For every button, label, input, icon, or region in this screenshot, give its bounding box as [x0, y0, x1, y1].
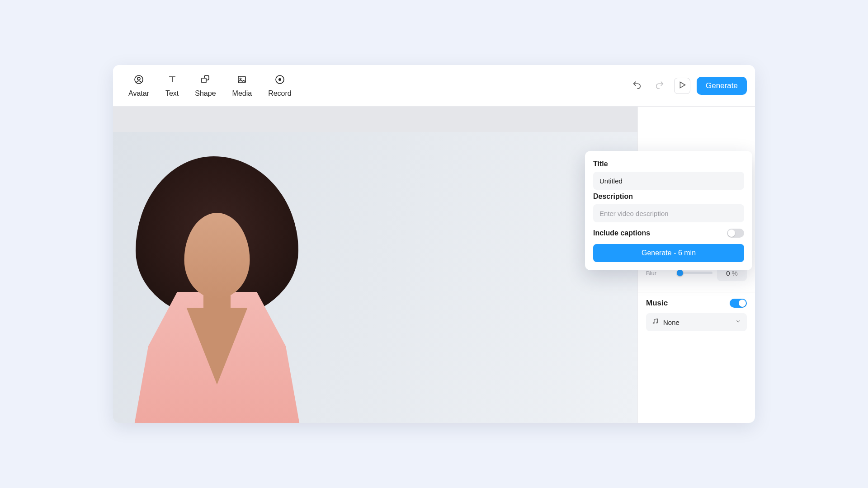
toolbar-tools: Avatar Text Shape Media — [128, 74, 292, 98]
blur-label: Blur — [646, 270, 673, 277]
top-toolbar: Avatar Text Shape Media — [113, 65, 755, 107]
generate-video-button[interactable]: Generate - 6 min — [593, 244, 744, 262]
text-icon — [167, 74, 178, 87]
music-dropdown[interactable]: None — [646, 313, 747, 331]
music-section: Music None — [638, 292, 755, 338]
title-field-label: Title — [593, 160, 744, 168]
svg-point-1 — [137, 77, 140, 80]
undo-button[interactable] — [629, 78, 645, 94]
include-captions-toggle[interactable] — [727, 229, 744, 238]
canvas-zone — [113, 107, 637, 423]
svg-rect-3 — [238, 76, 245, 83]
generate-button[interactable]: Generate — [697, 77, 747, 95]
canvas-gap — [113, 107, 637, 132]
toggle-knob — [728, 230, 735, 237]
blur-slider[interactable] — [678, 272, 712, 274]
title-input[interactable] — [593, 172, 744, 190]
record-label: Record — [268, 89, 292, 98]
avatar-icon — [133, 74, 144, 87]
music-toggle[interactable] — [730, 299, 747, 308]
app-window: Avatar Text Shape Media — [113, 65, 755, 423]
avatar-on-canvas[interactable] — [118, 152, 316, 423]
record-icon — [274, 74, 285, 87]
music-section-title: Music — [646, 299, 668, 308]
media-tool[interactable]: Media — [232, 74, 252, 98]
blur-unit: % — [732, 269, 738, 277]
play-button[interactable] — [674, 78, 690, 94]
main-area: Layer Opacity 100 % Blur — [113, 107, 755, 423]
svg-point-0 — [135, 75, 143, 84]
chevron-down-icon — [735, 318, 741, 326]
text-label: Text — [165, 89, 179, 98]
svg-point-6 — [278, 78, 281, 81]
record-tool[interactable]: Record — [268, 74, 292, 98]
avatar-label: Avatar — [128, 89, 149, 98]
description-input[interactable] — [593, 204, 744, 222]
redo-icon — [655, 80, 665, 92]
toggle-knob — [739, 300, 746, 307]
svg-marker-7 — [680, 82, 685, 88]
music-icon — [651, 318, 663, 327]
shape-label: Shape — [195, 89, 216, 98]
toolbar-right: Generate — [629, 77, 747, 95]
blur-value: 0 — [726, 269, 730, 277]
svg-point-8 — [653, 323, 654, 324]
description-field-label: Description — [593, 192, 744, 201]
shape-tool[interactable]: Shape — [195, 74, 216, 98]
music-selected: None — [663, 319, 735, 326]
avatar-tool[interactable]: Avatar — [128, 74, 149, 98]
include-captions-label: Include captions — [593, 229, 650, 237]
shape-icon — [200, 74, 211, 87]
text-tool[interactable]: Text — [165, 74, 179, 98]
svg-point-9 — [656, 322, 658, 323]
play-icon — [677, 80, 687, 92]
generate-popover: Title Description Include captions Gener… — [585, 151, 752, 270]
undo-icon — [632, 80, 642, 92]
media-icon — [236, 74, 247, 87]
media-label: Media — [232, 89, 252, 98]
svg-point-4 — [240, 78, 241, 79]
svg-rect-2 — [202, 78, 206, 83]
redo-button[interactable] — [651, 78, 668, 94]
canvas[interactable] — [113, 132, 637, 423]
